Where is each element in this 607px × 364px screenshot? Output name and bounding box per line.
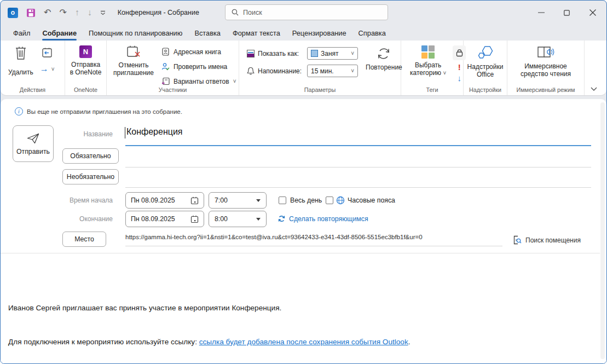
end-time-value: 8:00 xyxy=(215,215,228,223)
customize-toolbar-chevron-icon[interactable] xyxy=(100,10,106,15)
ribbon-tabs: Файл Собрание Помощник по планированию В… xyxy=(1,25,606,41)
immersive-label-line2: средство чтения xyxy=(521,70,571,78)
cancel-invitation-button[interactable]: Отменить приглашение xyxy=(113,45,154,87)
immersive-reader-button[interactable]: Иммерсивное средство чтения xyxy=(510,45,582,78)
search-box[interactable] xyxy=(225,4,388,20)
start-time-dropdown-arrow-icon xyxy=(256,199,261,202)
group-label-actions: Действия xyxy=(1,86,65,93)
form-body-separator xyxy=(1,253,600,253)
cancel-label-line1: Отменить xyxy=(119,61,149,69)
location-button[interactable]: Место xyxy=(62,232,106,247)
reminder-value: 15 мин. xyxy=(311,67,334,75)
redo-icon[interactable]: ↷ xyxy=(59,8,66,17)
show-as-select[interactable]: Занят ˅ xyxy=(307,47,358,60)
tab-file[interactable]: Файл xyxy=(7,26,36,40)
search-icon xyxy=(232,9,239,16)
maximize-button[interactable] xyxy=(554,1,580,25)
check-names-button[interactable]: Проверить имена xyxy=(161,61,236,72)
check-names-label: Проверить имена xyxy=(174,63,227,71)
delete-button[interactable]: Удалить xyxy=(8,45,33,76)
end-time-dropdown[interactable]: 8:00 xyxy=(209,211,267,227)
delete-label: Удалить xyxy=(8,68,33,76)
calendar-icon[interactable] xyxy=(190,197,199,205)
title-underline xyxy=(125,145,591,146)
location-input[interactable]: https://gamma.hi-tech.org?ii=1&nsti=1&co… xyxy=(125,234,423,240)
tab-format-text[interactable]: Формат текста xyxy=(227,26,286,40)
address-book-button[interactable]: Адресная книга xyxy=(161,46,236,57)
up-arrow-icon[interactable]: ↑ xyxy=(75,8,79,17)
ribbon-group-attendees: Отменить приглашение Адресная книга xyxy=(107,41,239,95)
forward-meeting-icon[interactable] xyxy=(42,48,53,58)
onenote-label-line2: в OneNote xyxy=(70,68,102,76)
ru-placeholder-link[interactable]: ссылка будет добавлена после сохранения … xyxy=(199,338,408,346)
body-line-2: Для подключения к мероприятию используйт… xyxy=(8,337,566,348)
tab-help[interactable]: Справка xyxy=(352,26,392,40)
ribbon-tail xyxy=(585,41,606,95)
send-button[interactable]: Отправить xyxy=(13,125,54,162)
recurrence-icon xyxy=(376,47,391,61)
down-arrow-icon[interactable]: ↓ xyxy=(88,8,92,17)
recurrence-button[interactable]: Повторение xyxy=(366,45,402,77)
collapse-ribbon-chevron-icon[interactable] xyxy=(591,87,597,91)
search-input[interactable] xyxy=(243,9,363,16)
calendar-icon[interactable] xyxy=(190,215,199,223)
end-date-picker[interactable]: Пн 08.09.2025 xyxy=(125,211,204,227)
required-attendees-button[interactable]: Обязательно xyxy=(62,148,119,164)
send-plane-icon xyxy=(26,132,40,145)
make-recurring-link[interactable]: Сделать повторяющимся xyxy=(278,215,368,223)
optional-field-underline[interactable] xyxy=(125,187,591,188)
start-date-picker[interactable]: Пн 08.09.2025 xyxy=(125,192,204,209)
end-time-label: Окончание xyxy=(55,215,113,223)
recurrence-label: Повторение xyxy=(366,63,402,71)
tab-review[interactable]: Рецензирование xyxy=(286,26,352,40)
forward-dropdown-chevron-icon[interactable]: ˅ xyxy=(51,66,55,72)
forward-arrow-icon[interactable]: → xyxy=(40,65,49,73)
tab-insert[interactable]: Вставка xyxy=(188,26,227,40)
reminder-select[interactable]: 15 мин. ˅ xyxy=(307,65,358,77)
start-time-label: Время начала xyxy=(55,197,113,204)
required-field-underline[interactable] xyxy=(125,167,591,167)
response-options-button[interactable]: Варианты ответов ˅ xyxy=(161,76,236,87)
close-button[interactable] xyxy=(580,1,605,25)
vertical-scrollbar[interactable] xyxy=(600,102,605,359)
minimize-button[interactable] xyxy=(528,1,554,25)
group-label-tags: Теги xyxy=(401,86,463,93)
categorize-label-line1: Выбрать xyxy=(415,61,441,69)
title-input[interactable]: Конференция xyxy=(126,127,183,137)
room-finder-button[interactable]: Поиск помещения xyxy=(513,235,581,245)
ribbon-group-onenote: N Отправка в OneNote OneNote xyxy=(65,41,107,95)
group-label-onenote: OneNote xyxy=(65,86,106,93)
show-as-icon xyxy=(247,50,255,57)
time-zones-checkbox[interactable] xyxy=(326,197,333,204)
busy-status-icon xyxy=(311,50,318,57)
start-time-dropdown[interactable]: 7:00 xyxy=(209,192,267,209)
optional-attendees-button[interactable]: Необязательно xyxy=(62,169,119,184)
reminder-label: Напоминание: xyxy=(258,67,304,75)
office-addins-button[interactable]: Надстройки Office xyxy=(466,45,505,78)
cancel-meeting-icon xyxy=(126,45,141,59)
all-day-label: Весь день xyxy=(290,197,322,204)
immersive-reader-icon xyxy=(536,45,555,60)
send-to-onenote-button[interactable]: N Отправка в OneNote xyxy=(67,45,104,76)
tab-scheduling-assistant[interactable]: Помощник по планированию xyxy=(83,26,188,40)
low-importance-icon[interactable]: ↓ xyxy=(458,74,462,83)
outlook-app-icon[interactable]: o xyxy=(8,8,18,18)
categorize-button[interactable]: Выбрать категорию ˅ xyxy=(410,45,446,83)
ribbon-group-tags: Выбрать категорию ˅ ! ↓ Теги xyxy=(401,41,464,95)
response-options-label: Варианты ответов xyxy=(174,78,229,85)
info-bar: i Вы еще не отправили приглашения на это… xyxy=(15,107,182,115)
high-importance-icon[interactable]: ! xyxy=(458,63,461,71)
all-day-checkbox[interactable] xyxy=(279,197,286,204)
undo-icon[interactable]: ↶ xyxy=(44,8,51,17)
end-date-value: Пн 08.09.2025 xyxy=(131,215,175,223)
addins-label-line1: Надстройки xyxy=(467,63,504,71)
tab-meeting[interactable]: Собрание xyxy=(36,26,83,40)
end-time-dropdown-arrow-icon xyxy=(256,218,261,221)
group-label-attendees: Участники xyxy=(107,86,239,93)
categorize-chevron-icon: ˅ xyxy=(443,70,446,76)
message-body-editor[interactable]: Иванов Сергей приглашает вас принять уча… xyxy=(8,280,566,364)
show-as-chevron-icon: ˅ xyxy=(351,50,354,56)
window-controls xyxy=(528,1,605,25)
save-icon[interactable] xyxy=(26,8,36,18)
ribbon-group-addins: Надстройки Office Надстройки xyxy=(464,41,507,95)
